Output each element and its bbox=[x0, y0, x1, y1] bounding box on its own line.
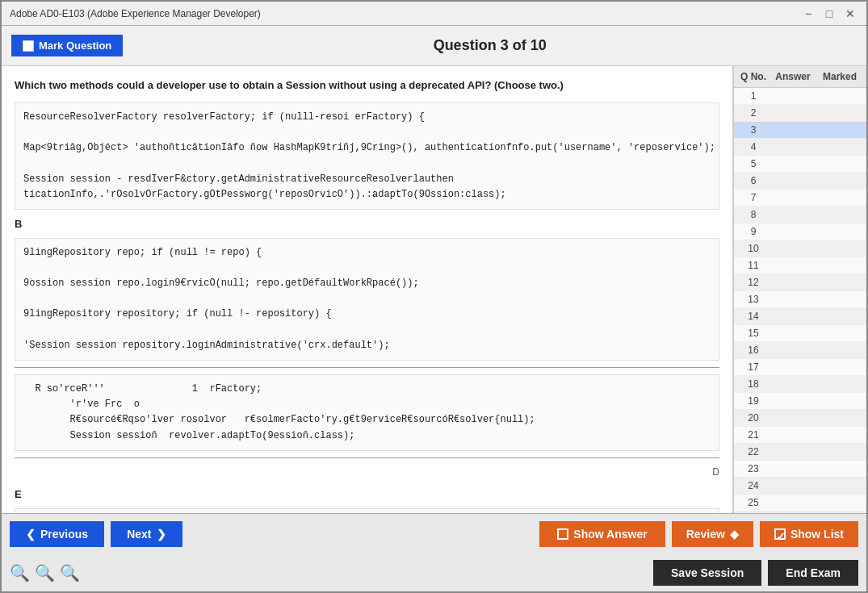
row-marked bbox=[816, 480, 863, 491]
row-marked bbox=[816, 311, 863, 322]
minimize-button[interactable]: − bbox=[800, 7, 816, 20]
sidebar-row[interactable]: 15 bbox=[734, 325, 866, 342]
show-list-label: Show List bbox=[790, 528, 844, 541]
sidebar-row[interactable]: 23 bbox=[734, 461, 866, 478]
option-c-code: R so'rceR''' 1 rFactory; 'r've Frc o R€s… bbox=[15, 374, 719, 451]
sidebar-row[interactable]: 19 bbox=[734, 393, 866, 410]
row-marked bbox=[816, 124, 863, 136]
sidebar-row[interactable]: 22 bbox=[734, 444, 866, 461]
row-marked bbox=[816, 209, 863, 220]
mark-question-button[interactable]: Mark Question bbox=[11, 35, 123, 56]
option-e-label: E bbox=[15, 487, 719, 503]
sidebar-row[interactable]: 9 bbox=[734, 223, 866, 240]
row-answer bbox=[769, 328, 816, 339]
row-marked bbox=[816, 345, 863, 356]
sidebar-row[interactable]: 4 bbox=[734, 139, 866, 156]
row-qno: 2 bbox=[737, 107, 769, 119]
row-answer bbox=[769, 412, 816, 424]
row-answer bbox=[769, 260, 816, 271]
option-b-label: B bbox=[15, 216, 719, 233]
row-marked bbox=[816, 463, 863, 474]
sidebar-row[interactable]: 5 bbox=[734, 156, 866, 173]
title-bar: Adobe AD0-E103 (Adobe Experience Manager… bbox=[2, 2, 866, 26]
row-marked bbox=[816, 226, 863, 237]
row-marked bbox=[816, 412, 863, 424]
divider-d bbox=[15, 457, 719, 458]
sidebar-row[interactable]: 24 bbox=[734, 478, 866, 495]
show-list-icon: ✓ bbox=[774, 528, 786, 540]
row-answer bbox=[769, 175, 816, 186]
sidebar-row[interactable]: 16 bbox=[734, 342, 866, 359]
end-exam-label: End Exam bbox=[786, 566, 841, 579]
row-answer bbox=[769, 107, 816, 119]
row-answer bbox=[769, 361, 816, 373]
row-qno: 6 bbox=[737, 175, 769, 186]
save-session-label: Save Session bbox=[671, 566, 744, 579]
row-marked bbox=[816, 243, 863, 254]
sidebar-row[interactable]: 10 bbox=[734, 240, 866, 257]
zoom-out-button[interactable]: 🔍 bbox=[10, 563, 30, 583]
review-button[interactable]: Review ◆ bbox=[672, 521, 753, 547]
previous-label: Previous bbox=[40, 528, 88, 541]
sidebar-header: Q No. Answer Marked bbox=[734, 66, 866, 88]
show-answer-icon bbox=[557, 528, 568, 540]
row-marked bbox=[816, 429, 863, 441]
save-session-button[interactable]: Save Session bbox=[653, 560, 761, 586]
sidebar-row[interactable]: 6 bbox=[734, 173, 866, 190]
sidebar-row[interactable]: 13 bbox=[734, 291, 866, 308]
sidebar-rows[interactable]: 1234567891011121314151617181920212223242… bbox=[734, 88, 866, 513]
row-qno: 7 bbox=[737, 192, 769, 203]
sidebar-row[interactable]: 2 bbox=[734, 105, 866, 122]
sidebar-row[interactable]: 21 bbox=[734, 427, 866, 444]
sidebar-row[interactable]: 25 bbox=[734, 495, 866, 512]
zoom-in-button[interactable]: 🔍 bbox=[60, 563, 80, 583]
arrow-left-icon: ❮ bbox=[26, 528, 36, 541]
row-qno: 21 bbox=[737, 429, 769, 441]
previous-button[interactable]: ❮ Previous bbox=[10, 521, 104, 547]
sidebar-row[interactable]: 20 bbox=[734, 410, 866, 427]
main-window: Adobe AD0-E103 (Adobe Experience Manager… bbox=[0, 0, 868, 593]
row-qno: 12 bbox=[737, 277, 769, 288]
row-answer bbox=[769, 378, 816, 390]
next-button[interactable]: Next ❯ bbox=[111, 521, 182, 547]
row-answer bbox=[769, 124, 816, 136]
row-qno: 25 bbox=[737, 497, 769, 508]
maximize-button[interactable]: □ bbox=[821, 7, 837, 20]
sidebar-row[interactable]: 3 bbox=[734, 122, 866, 139]
sidebar-row[interactable]: 12 bbox=[734, 274, 866, 291]
sidebar-row[interactable]: 17 bbox=[734, 359, 866, 376]
row-qno: 11 bbox=[737, 260, 769, 271]
row-answer bbox=[769, 158, 816, 169]
mark-question-label: Mark Question bbox=[39, 40, 111, 52]
option-a-code: ResourceResolverFactory resolverFactory;… bbox=[15, 102, 719, 210]
end-exam-button[interactable]: End Exam bbox=[768, 560, 858, 586]
question-area[interactable]: Which two methods could a developer use … bbox=[2, 66, 733, 513]
row-qno: 4 bbox=[737, 141, 769, 152]
row-qno: 13 bbox=[737, 294, 769, 305]
sidebar-col-answer: Answer bbox=[769, 71, 816, 82]
show-answer-label: Show Answer bbox=[573, 528, 647, 541]
sidebar-row[interactable]: 14 bbox=[734, 308, 866, 325]
row-answer bbox=[769, 429, 816, 441]
sidebar-row[interactable]: 7 bbox=[734, 190, 866, 207]
sidebar-row[interactable]: 11 bbox=[734, 257, 866, 274]
row-marked bbox=[816, 446, 863, 457]
row-marked bbox=[816, 260, 863, 271]
zoom-controls: 🔍 🔍 🔍 bbox=[10, 563, 80, 583]
row-answer bbox=[769, 226, 816, 237]
row-qno: 10 bbox=[737, 243, 769, 254]
sidebar-row[interactable]: 18 bbox=[734, 376, 866, 393]
zoom-reset-button[interactable]: 🔍 bbox=[35, 563, 55, 583]
show-answer-button[interactable]: Show Answer bbox=[539, 521, 665, 547]
row-qno: 23 bbox=[737, 463, 769, 474]
sidebar-row[interactable]: 1 bbox=[734, 88, 866, 105]
row-marked bbox=[816, 378, 863, 390]
sidebar-row[interactable]: 8 bbox=[734, 207, 866, 223]
show-list-button[interactable]: ✓ Show List bbox=[760, 521, 858, 547]
row-qno: 24 bbox=[737, 480, 769, 491]
row-answer bbox=[769, 209, 816, 220]
sidebar-col-marked: Marked bbox=[816, 71, 863, 82]
close-button[interactable]: ✕ bbox=[842, 7, 858, 20]
sidebar-col-qno: Q No. bbox=[737, 71, 769, 82]
row-qno: 17 bbox=[737, 361, 769, 373]
